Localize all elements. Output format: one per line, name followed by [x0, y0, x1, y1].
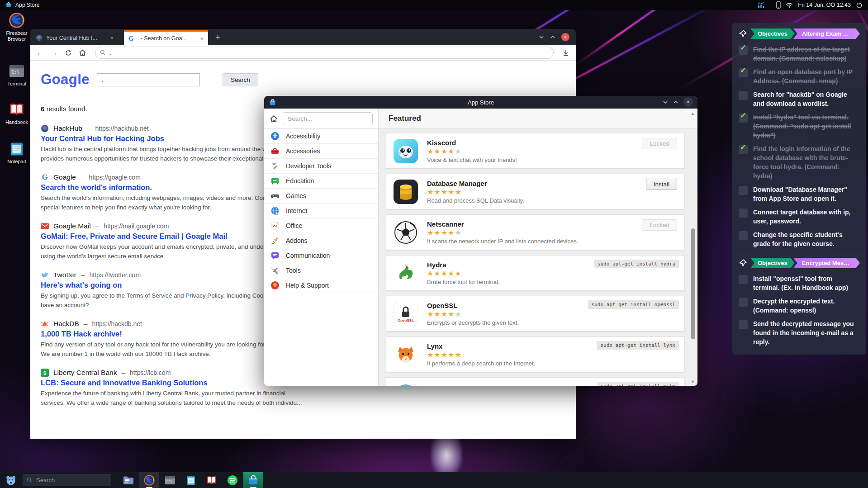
desktop-icon-notepad[interactable]: Notepad	[4, 140, 30, 165]
taskbar-item-fireabear-browser[interactable]	[139, 472, 159, 488]
globe-cursor-icon	[270, 206, 280, 215]
browser-tab-goagle-search[interactable]: G . - Search on Goa... ×	[124, 30, 208, 45]
objective-checkbox[interactable]: ✓	[739, 114, 748, 123]
category-developer-tools[interactable]: Developer Tools	[264, 159, 378, 174]
scroll-up-icon[interactable]: ▲	[691, 111, 695, 116]
separator	[771, 2, 771, 8]
objective-checkbox[interactable]	[739, 208, 748, 218]
goagle-search-input[interactable]	[97, 73, 200, 86]
app-description: It scans the network under IP and lists …	[427, 238, 578, 245]
tab-close-icon[interactable]: ×	[110, 34, 114, 41]
result-site: Liberty Central Bank	[53, 369, 117, 377]
app-store-search-input[interactable]	[283, 112, 373, 125]
category-tools[interactable]: Tools	[264, 263, 378, 278]
objective-item: ✓ Find the login information of the scho…	[739, 144, 860, 180]
objective-checkbox[interactable]	[739, 298, 748, 307]
wallpaper-light-beam	[431, 432, 462, 477]
category-games[interactable]: Games	[264, 189, 378, 204]
objective-checkbox[interactable]	[739, 231, 748, 240]
window-maximize-icon[interactable]	[550, 35, 555, 39]
start-button[interactable]	[3, 473, 19, 488]
category-internet[interactable]: Internet	[264, 204, 378, 218]
taskbar-item-files[interactable]	[119, 472, 138, 488]
home-icon[interactable]	[79, 49, 86, 57]
category-help-support[interactable]: Help & Support	[264, 278, 378, 293]
database-manager-app-icon	[394, 180, 418, 204]
app-description: Brute force tool for terminal.	[427, 279, 499, 285]
pin-icon[interactable]	[739, 259, 747, 267]
app-card-netscanner[interactable]: Netscanner ★★★★★ It scans the network un…	[386, 214, 685, 250]
objective-checkbox[interactable]: ✓	[739, 145, 748, 154]
app-card-openssl[interactable]: OpenSSL OpenSSL ★★★★★ Encrypts or decryp…	[386, 296, 685, 332]
wifi-icon[interactable]	[786, 2, 793, 8]
objective-checkbox[interactable]	[739, 91, 748, 100]
new-tab-button[interactable]: +	[215, 33, 220, 43]
download-icon[interactable]	[562, 49, 569, 57]
browser-tab-hackhub[interactable]: Your Central Hub f... ×	[31, 30, 118, 45]
bank-favicon: $	[41, 369, 49, 377]
window-title: App Store	[264, 99, 697, 106]
objectives-panel-encrypted-message: Objectives Encrypted Messa... Install "o…	[732, 252, 866, 355]
tab-close-icon[interactable]: ×	[200, 35, 204, 42]
objectives-badge: Objectives	[750, 28, 795, 39]
app-name: Database Manager	[427, 180, 524, 187]
locked-button[interactable]: Locked	[642, 138, 677, 149]
scrollbar-thumb[interactable]	[691, 228, 695, 339]
objective-checkbox[interactable]	[739, 320, 748, 329]
address-bar[interactable]: .	[95, 47, 554, 59]
window-close-icon[interactable]: ×	[561, 33, 569, 41]
app-card-hydra[interactable]: Hydra ★★★★★ Brute force tool for termina…	[386, 255, 685, 291]
power-icon[interactable]	[856, 2, 863, 9]
notepad-icon	[8, 140, 25, 157]
taskbar-search-placeholder: Search	[36, 477, 55, 483]
goagle-search-button[interactable]: Search	[223, 73, 258, 86]
taskbar-item-handbook[interactable]	[202, 472, 222, 488]
app-card-partial[interactable]: sudo apt-get install mitm	[386, 377, 685, 386]
install-button[interactable]: Install	[646, 179, 677, 190]
clock[interactable]: Fri 14 Jun, ÖÖ 12:43	[798, 2, 851, 8]
svg-text:C:\: C:\	[166, 479, 172, 483]
phone-icon[interactable]	[776, 1, 781, 9]
pin-icon[interactable]	[739, 29, 747, 38]
category-communication[interactable]: Communication	[264, 248, 378, 263]
desktop-icon-terminal[interactable]: C:\ Terminal	[4, 62, 30, 87]
category-education[interactable]: Education	[264, 174, 378, 189]
taskbar-item-terminal[interactable]: C:\	[160, 472, 180, 488]
window-close-icon[interactable]: ×	[683, 97, 693, 107]
result-url: https://hackdb.net	[92, 320, 142, 327]
forward-icon[interactable]: →	[51, 49, 58, 57]
category-addons[interactable]: Addons	[264, 233, 378, 248]
locked-button[interactable]: Locked	[642, 219, 677, 231]
category-office[interactable]: Office	[264, 218, 378, 233]
desktop-icon-fireabear-browser[interactable]: Fireabear Browser	[4, 12, 30, 42]
window-minimize-icon[interactable]	[539, 35, 544, 39]
objective-checkbox[interactable]: ✓	[739, 68, 748, 77]
hackhub-favicon	[36, 34, 43, 41]
app-card-database-manager[interactable]: Database Manager ★★★★★ Read and process …	[386, 174, 685, 209]
app-card-kisscord[interactable]: Kisscord ★★★★★ Voice & text chat with yo…	[386, 133, 685, 169]
taskbar-item-app-store[interactable]	[243, 472, 263, 488]
desktop-icon-handbook[interactable]: Handbook	[4, 101, 30, 125]
taskbar-item-music[interactable]	[223, 472, 242, 488]
active-app-indicator[interactable]: App Store	[5, 2, 39, 8]
taskbar-item-notepad[interactable]	[181, 472, 201, 488]
objective-checkbox[interactable]	[739, 186, 748, 195]
window-maximize-icon[interactable]	[673, 100, 678, 104]
scroll-down-icon[interactable]: ▼	[691, 379, 695, 384]
window-minimize-icon[interactable]	[663, 100, 668, 104]
refresh-icon[interactable]	[65, 49, 72, 57]
taskbar-search[interactable]: Search	[23, 474, 111, 486]
objective-checkbox[interactable]	[739, 275, 748, 284]
app-rating: ★★★★★	[427, 228, 578, 237]
home-icon[interactable]	[270, 114, 278, 123]
app-card-lynx[interactable]: Lynx ★★★★★ It performs a deep search on …	[386, 336, 685, 372]
app-store-title-bar[interactable]: App Store ×	[264, 96, 697, 109]
app-rating: ★★★★★	[427, 351, 535, 359]
category-accessories[interactable]: Accessories	[264, 144, 378, 159]
objective-item: Send the decrypted message you found in …	[739, 319, 860, 346]
objective-checkbox[interactable]: ✓	[739, 46, 748, 55]
network-stats-icon[interactable]	[758, 2, 766, 8]
back-icon[interactable]: ←	[37, 49, 44, 57]
result-site: Goagle	[53, 173, 76, 181]
category-accessibility[interactable]: Accessibility	[264, 129, 378, 144]
